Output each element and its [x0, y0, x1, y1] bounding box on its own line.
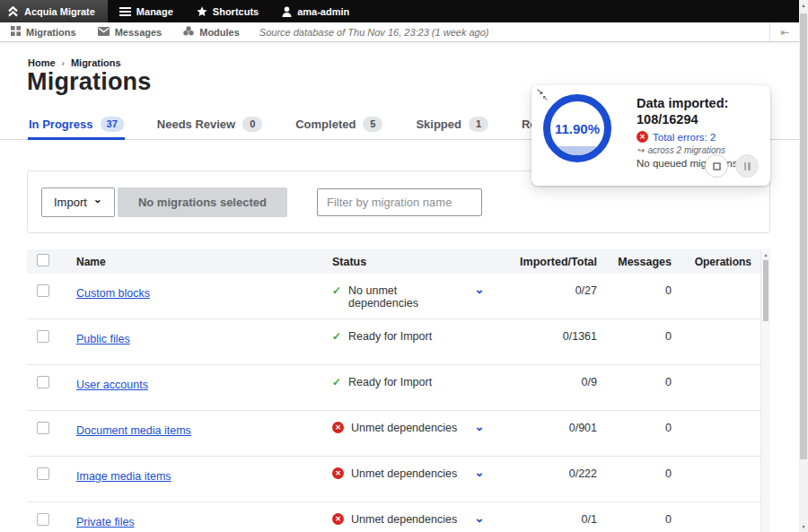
import-progress-card: ↘ ↖ 11.90% Data imported: 108/16294 ✕ To… — [531, 85, 770, 186]
tab-count-badge: 1 — [469, 117, 488, 132]
topbar-item-shortcuts[interactable]: Shortcuts — [185, 0, 270, 22]
manage-label: Manage — [136, 6, 173, 17]
messages-count: 0 — [597, 284, 672, 318]
check-icon: ✓ — [332, 376, 341, 388]
row-checkbox[interactable] — [37, 284, 49, 297]
brand-menu-acquia-migrate[interactable]: Acquia Migrate — [0, 0, 108, 22]
table-row: User accounts ✓ Ready for Import 0/9 0 — [27, 365, 760, 411]
messages-count: 0 — [597, 330, 672, 364]
tab-skipped[interactable]: Skipped 1 — [415, 109, 489, 139]
tab-label: In Progress — [29, 118, 93, 131]
migration-name-link[interactable]: Private files — [76, 516, 135, 528]
messages-count: 0 — [597, 376, 672, 410]
row-checkbox[interactable] — [37, 376, 49, 388]
toolbar-item-messages[interactable]: Messages — [87, 22, 173, 41]
table-row: Public files ✓ Ready for Import 0/1361 0 — [27, 319, 760, 365]
tab-label: Completed — [295, 118, 356, 131]
tab-needs-review[interactable]: Needs Review 0 — [156, 109, 263, 139]
row-checkbox[interactable] — [37, 513, 49, 526]
migration-filter-input[interactable] — [317, 188, 482, 216]
total-errors-row[interactable]: ✕ Total errors: 2 — [637, 131, 764, 143]
admin-topbar: Acquia Migrate Manage Shortcuts ama-admi… — [0, 0, 799, 22]
table-row: Private files ✕ Unmet dependencies ⌄ 0/1… — [27, 502, 760, 532]
error-icon: ✕ — [332, 467, 344, 479]
total-errors-link[interactable]: Total errors: 2 — [653, 132, 716, 143]
tab-count-badge: 5 — [363, 117, 382, 132]
table-row: Document media items ✕ Unmet dependencie… — [27, 411, 760, 457]
check-icon: ✓ — [332, 330, 341, 343]
imported-total-value: 0/901 — [498, 422, 597, 456]
toolbar-item-migrations[interactable]: Migrations — [0, 22, 87, 41]
breadcrumb-separator: › — [62, 58, 65, 68]
admin-toolbar: Migrations Messages Modules Source datab… — [0, 22, 799, 42]
status-text: Unmet dependencies — [351, 467, 457, 480]
migration-name-link[interactable]: Custom blocks — [76, 287, 150, 300]
no-migrations-selected-button[interactable]: No migrations selected — [118, 188, 287, 217]
header-name: Name — [67, 256, 332, 268]
imported-total-value: 0/9 — [498, 376, 597, 410]
messages-label: Messages — [115, 27, 162, 38]
tab-count-badge: 37 — [101, 117, 124, 132]
topbar-item-manage[interactable]: Manage — [108, 0, 185, 22]
across-arrow-icon: ↪ — [637, 145, 644, 155]
import-dropdown-button[interactable]: Import ⌄ — [41, 188, 115, 217]
error-icon: ✕ — [332, 513, 344, 525]
imported-total-value: 0/27 — [498, 284, 597, 318]
messages-count: 0 — [597, 467, 672, 501]
table-scrollbar-thumb[interactable] — [763, 260, 768, 321]
migrations-table: Name Status Imported/Total Messages Oper… — [27, 249, 770, 532]
scroll-down-arrow-icon[interactable]: ▼ — [799, 524, 808, 529]
grid-icon — [11, 26, 21, 38]
shortcuts-label: Shortcuts — [213, 6, 259, 17]
scroll-up-arrow-icon[interactable]: ▲ — [761, 252, 770, 257]
table-row: Image media items ✕ Unmet dependencies ⌄… — [27, 457, 760, 502]
progress-card-buttons — [705, 154, 759, 178]
chevron-down-icon[interactable]: ⌄ — [475, 283, 485, 296]
row-checkbox[interactable] — [37, 330, 49, 343]
status-text: Ready for Import — [348, 330, 432, 343]
tab-completed[interactable]: Completed 5 — [294, 109, 383, 139]
imported-total-value: 0/222 — [498, 467, 597, 501]
pin-left-icon: ⇤ — [780, 26, 789, 39]
breadcrumb: Home › Migrations — [28, 57, 121, 68]
row-checkbox[interactable] — [37, 467, 49, 480]
tab-label: Needs Review — [157, 118, 235, 131]
chevron-down-icon[interactable]: ⌄ — [475, 466, 485, 479]
hamburger-icon — [119, 7, 131, 16]
star-icon — [197, 6, 207, 17]
page-scrollbar-thumb[interactable] — [800, 13, 807, 459]
scroll-up-arrow-icon[interactable]: ▲ — [799, 3, 808, 8]
tab-in-progress[interactable]: In Progress 37 — [28, 109, 125, 139]
progress-fill — [550, 146, 604, 155]
pause-button[interactable] — [735, 154, 759, 178]
breadcrumb-home-link[interactable]: Home — [28, 57, 56, 68]
chevron-down-icon[interactable]: ⌄ — [475, 511, 485, 525]
messages-count: 0 — [597, 513, 672, 532]
migration-name-link[interactable]: User accounts — [76, 379, 148, 391]
table-body: Custom blocks ✓ No unmet dependencies ⌄ … — [27, 274, 760, 532]
table-scrollbar[interactable]: ▲ — [760, 249, 770, 532]
app-window: Acquia Migrate Manage Shortcuts ama-admi… — [0, 0, 808, 532]
header-messages: Messages — [597, 256, 672, 268]
error-icon: ✕ — [637, 131, 648, 143]
header-operations: Operations — [672, 256, 760, 268]
toolbar-collapse-button[interactable]: ⇤ — [769, 22, 799, 41]
topbar-item-user[interactable]: ama-admin — [270, 0, 361, 22]
user-icon — [282, 6, 292, 17]
messages-count: 0 — [597, 422, 672, 456]
page-scrollbar[interactable]: ▲ ▼ — [799, 0, 808, 532]
row-checkbox[interactable] — [37, 422, 49, 434]
collapse-arrow-nw-icon[interactable]: ↖ — [542, 94, 549, 102]
header-status: Status — [332, 256, 461, 268]
chevron-down-icon[interactable]: ⌄ — [475, 420, 485, 433]
stop-button[interactable] — [705, 154, 728, 178]
toolbar-item-modules[interactable]: Modules — [172, 22, 250, 41]
tab-label: Skipped — [416, 118, 461, 131]
status-text: No unmet dependencies — [348, 284, 461, 310]
select-all-checkbox[interactable] — [37, 254, 49, 266]
user-label: ama-admin — [297, 6, 349, 17]
double-chevron-up-icon — [7, 6, 19, 17]
migration-name-link[interactable]: Image media items — [76, 470, 171, 483]
migration-name-link[interactable]: Document media items — [76, 424, 191, 437]
migration-name-link[interactable]: Public files — [76, 333, 130, 345]
